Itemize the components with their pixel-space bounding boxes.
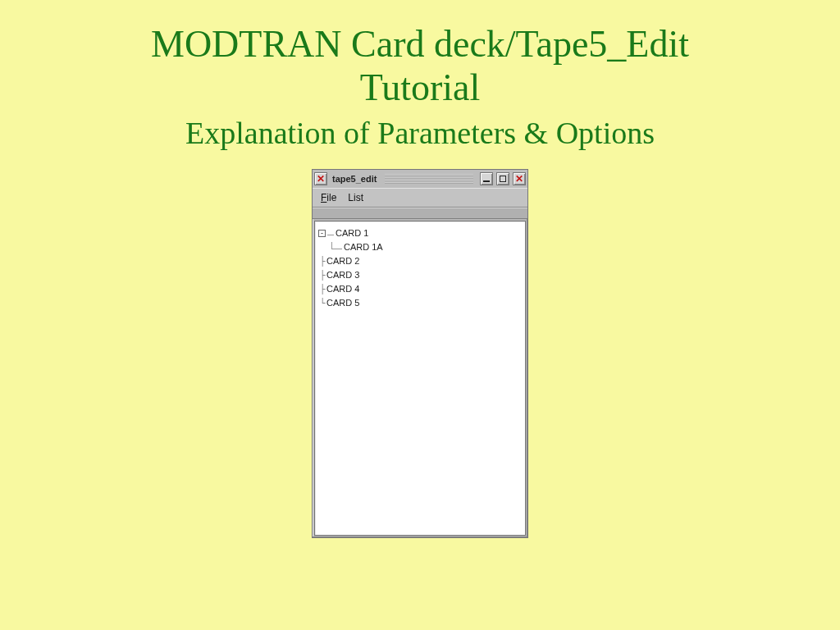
slide-title-line1: MODTRAN Card deck/Tape5_Edit <box>0 23 840 66</box>
maximize-button[interactable] <box>496 172 509 185</box>
menu-file-accel: F <box>321 192 326 203</box>
menu-list[interactable]: List <box>348 192 363 203</box>
tree-item-card1a[interactable]: CARD 1A <box>318 240 522 254</box>
tree-item-card3[interactable]: ├ CARD 3 <box>318 268 522 282</box>
slide: MODTRAN Card deck/Tape5_Edit Tutorial Ex… <box>0 0 840 630</box>
title-bar-drag-area[interactable] <box>385 174 473 184</box>
tree-branch-icon <box>331 242 342 249</box>
tree-item-card4[interactable]: ├ CARD 4 <box>318 282 522 296</box>
tree-label: CARD 4 <box>326 282 359 296</box>
window-menu-icon[interactable]: ✕ <box>314 172 327 185</box>
tree-label: CARD 1A <box>344 240 383 254</box>
minimize-button[interactable] <box>480 172 493 185</box>
tree-item-card1[interactable]: - CARD 1 <box>318 226 522 240</box>
tree-label: CARD 5 <box>326 296 359 310</box>
title-bar: ✕ tape5_edit ✕ <box>313 170 527 188</box>
toolbar-spacer <box>313 208 527 219</box>
tree-item-card2[interactable]: ├ CARD 2 <box>318 254 522 268</box>
window-title: tape5_edit <box>331 174 378 184</box>
menu-file[interactable]: File <box>321 192 336 203</box>
slide-title-line2: Tutorial <box>0 66 840 110</box>
tape5-edit-window: ✕ tape5_edit ✕ File List - CARD 1 CARD 1… <box>312 169 528 538</box>
close-button[interactable]: ✕ <box>513 172 526 185</box>
tree-label: CARD 3 <box>326 268 359 282</box>
slide-subtitle: Explanation of Parameters & Options <box>0 115 840 151</box>
collapse-icon[interactable]: - <box>318 230 326 237</box>
menu-bar: File List <box>313 188 527 208</box>
tree-label: CARD 2 <box>326 254 359 268</box>
tree-label: CARD 1 <box>336 226 368 240</box>
tree-view: - CARD 1 CARD 1A ├ CARD 2 ├ CARD 3 ├ CAR… <box>314 221 526 536</box>
tree-item-card5[interactable]: └ CARD 5 <box>318 296 522 310</box>
